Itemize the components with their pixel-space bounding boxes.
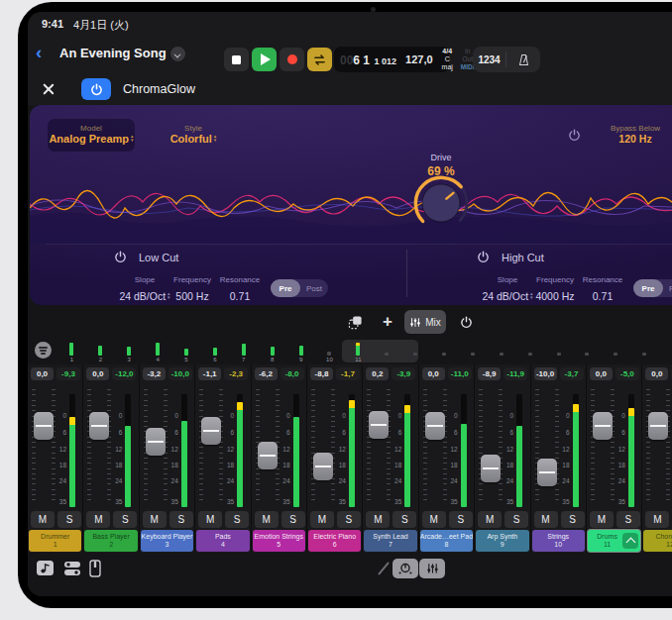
track-label[interactable]: Synth Lead7 [364,530,416,552]
solo-button[interactable]: S [281,511,305,528]
low-cut-prepost-toggle[interactable]: Pre Post [271,279,328,297]
solo-button[interactable]: S [504,511,528,528]
mute-button[interactable]: M [422,511,446,528]
bridge-slot[interactable]: 11 [344,341,373,364]
track-label[interactable]: Bass Player2 [84,530,137,552]
bridge-slot[interactable] [401,341,430,364]
back-chevron-icon[interactable]: ‹ [36,42,54,63]
pencil-icon[interactable] [377,562,391,575]
bridge-slot[interactable]: 4 [144,341,172,364]
mute-button[interactable]: M [478,511,502,528]
volume-value[interactable]: -10,0 [534,367,557,380]
loop-browser-icon[interactable] [36,559,56,578]
high-cut-prepost-toggle[interactable]: Pre Post [633,279,672,297]
volume-value[interactable]: 0,0 [86,367,109,380]
record-button[interactable] [280,48,304,71]
bridge-slot[interactable] [487,341,515,364]
drive-knob[interactable] [412,174,470,232]
solo-button[interactable]: S [392,511,416,528]
bridge-slot[interactable]: 9 [286,341,315,364]
bridge-slot[interactable]: 10 [315,341,344,364]
mute-button[interactable]: M [198,511,222,528]
low-cut-power-icon[interactable] [114,251,127,263]
high-cut-power-icon[interactable] [477,251,490,263]
solo-button[interactable]: S [57,511,81,528]
bridge-slot[interactable]: 7 [229,341,258,364]
fader-handle[interactable] [425,412,445,440]
fader-handle[interactable] [258,442,278,469]
track-label[interactable]: Keyboard Player3 [141,530,193,552]
bridge-slot[interactable] [573,341,602,364]
count-in-button[interactable]: 1234 [473,54,505,65]
pre-segment[interactable]: Pre [271,279,300,297]
fader-handle[interactable] [648,412,668,440]
fader-handle[interactable] [369,411,389,439]
fader-handle[interactable] [481,455,501,482]
plugins-icon[interactable] [62,559,82,578]
fader-handle[interactable] [593,412,613,440]
mixer-power-button[interactable] [453,310,479,334]
solo-button[interactable]: S [616,511,640,528]
track-label[interactable]: Emotion Strings5 [253,530,305,552]
close-icon[interactable] [40,80,57,98]
style-selector[interactable]: Style Colorful [154,124,233,145]
volume-value[interactable]: 0,0 [645,367,668,380]
mute-button[interactable]: M [31,511,55,528]
bridge-slot[interactable]: 1 [57,341,86,364]
model-selector[interactable]: Model Analog Preamp [48,119,135,152]
mixer-view-button[interactable] [419,559,445,578]
post-segment[interactable]: Post [663,284,672,293]
channel-filter-icon[interactable] [35,342,52,359]
volume-value[interactable]: -3,2 [143,367,166,380]
mute-button[interactable]: M [86,511,110,528]
mute-button[interactable]: M [645,511,669,528]
mute-button[interactable]: M [310,511,334,528]
fader-handle[interactable] [146,428,166,456]
volume-value[interactable]: 0,0 [31,367,54,380]
mix-button[interactable]: Mix [404,310,446,334]
track-label[interactable]: Pads4 [196,530,249,552]
track-label[interactable]: Drums11 [588,530,640,552]
cycle-section-button[interactable] [342,310,368,334]
track-label[interactable]: Electric Piano6 [308,530,361,552]
play-button[interactable] [252,48,277,71]
mute-button[interactable]: M [534,511,558,528]
solo-button[interactable]: S [225,511,249,528]
fader-handle[interactable] [89,412,109,440]
mute-button[interactable]: M [590,511,614,528]
stop-button[interactable] [224,48,249,71]
fader-handle[interactable] [34,412,54,440]
fader-handle[interactable] [313,453,333,480]
song-menu-chevron-icon[interactable] [170,47,185,61]
solo-button[interactable]: S [113,511,137,528]
add-track-button[interactable]: + [375,310,400,334]
lcd-display[interactable]: 006 1 1 012 127,0 4/4 C maj In Out MIDI [334,47,449,72]
bypass-below-control[interactable]: Bypass Below 120 Hz [590,124,672,145]
pre-segment[interactable]: Pre [633,279,663,297]
bridge-slot[interactable]: 8 [258,341,286,364]
bridge-slot[interactable] [602,341,630,364]
bridge-slot[interactable] [544,341,573,364]
fader-handle[interactable] [537,459,557,486]
bridge-slot[interactable]: 3 [115,341,144,364]
bridge-slot[interactable] [630,341,659,364]
track-label[interactable]: Drummer1 [29,530,81,552]
cycle-button[interactable] [307,48,332,71]
metronome-button[interactable] [506,53,540,66]
bridge-slot[interactable]: 6 [200,341,229,364]
meter-bridge-slots[interactable]: 1234567891011 [57,341,672,364]
track-label[interactable]: Arp Synth9 [476,530,528,552]
volume-value[interactable]: -1,1 [198,367,221,380]
track-label[interactable]: Chorus V12 [643,530,672,552]
solo-button[interactable]: S [449,511,473,528]
low-cut-resonance[interactable]: Resonance 0.71 [214,275,266,304]
high-cut-resonance[interactable]: Resonance 0.71 [577,275,628,304]
volume-value[interactable]: 0,0 [590,367,613,380]
bridge-slot[interactable] [373,341,401,364]
volume-value[interactable]: 0,0 [422,367,445,380]
mute-button[interactable]: M [143,511,167,528]
bridge-slot[interactable] [458,341,487,364]
collapse-chevron-button[interactable] [622,533,638,549]
volume-value[interactable]: -8,8 [310,367,333,380]
bridge-slot[interactable] [430,341,459,364]
